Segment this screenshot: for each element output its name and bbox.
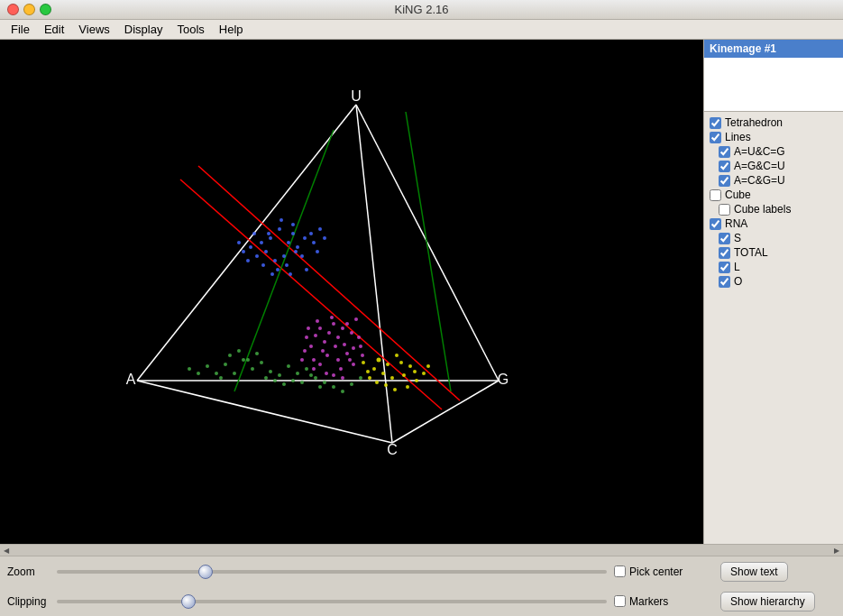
scroll-right-icon[interactable]: ▶ <box>834 547 839 555</box>
panel-row-l[interactable]: L <box>706 260 841 274</box>
svg-point-21 <box>334 345 337 348</box>
svg-point-81 <box>372 367 376 371</box>
svg-point-111 <box>206 364 209 368</box>
svg-point-85 <box>368 376 371 380</box>
show-text-button[interactable]: Show text <box>720 562 788 582</box>
clipping-label: Clipping <box>7 595 57 608</box>
clipping-slider-track[interactable] <box>57 600 607 603</box>
panel-row-agcu[interactable]: A=G&C=U <box>706 159 841 173</box>
close-button[interactable] <box>7 4 19 15</box>
svg-point-56 <box>276 268 279 271</box>
svg-point-12 <box>332 322 335 326</box>
svg-point-11 <box>327 331 331 335</box>
menu-display[interactable]: Display <box>117 21 170 38</box>
svg-point-40 <box>332 373 335 377</box>
menu-views[interactable]: Views <box>71 21 116 38</box>
zoom-slider-track[interactable] <box>57 570 607 574</box>
svg-point-103 <box>269 370 272 373</box>
svg-point-27 <box>354 317 358 321</box>
panel-row-total[interactable]: TOTAL <box>706 245 841 260</box>
svg-point-94 <box>362 361 365 364</box>
panel-row-cubelabels[interactable]: Cube labels <box>706 202 841 216</box>
svg-point-64 <box>261 263 265 267</box>
viewport[interactable]: U A G C <box>0 40 703 544</box>
minimize-button[interactable] <box>23 4 35 15</box>
svg-point-88 <box>402 373 406 377</box>
svg-point-55 <box>255 254 259 258</box>
svg-point-26 <box>305 336 308 339</box>
panel-row-s[interactable]: S <box>706 231 841 245</box>
checkbox-lines[interactable] <box>710 132 721 143</box>
svg-point-10 <box>318 326 322 330</box>
clipping-slider-thumb[interactable] <box>181 594 196 609</box>
window-controls[interactable] <box>7 4 51 15</box>
svg-point-20 <box>321 349 325 353</box>
panel-row-lines[interactable]: Lines <box>706 130 841 144</box>
checkbox-aucg[interactable] <box>719 146 730 158</box>
panel-row-o[interactable]: O <box>706 274 841 289</box>
svg-point-53 <box>260 241 263 244</box>
menu-help[interactable]: Help <box>212 21 251 38</box>
svg-point-49 <box>264 250 268 253</box>
svg-point-46 <box>269 236 272 240</box>
svg-point-18 <box>309 345 313 348</box>
scroll-left-icon[interactable]: ◀ <box>4 547 9 555</box>
menu-edit[interactable]: Edit <box>37 21 71 38</box>
svg-point-99 <box>233 372 236 375</box>
checkbox-agcu[interactable] <box>719 161 730 172</box>
panel-row-rna[interactable]: RNA <box>706 216 841 231</box>
checkbox-o[interactable] <box>719 276 730 288</box>
label-cubelabels: Cube labels <box>734 203 791 216</box>
markers-checkbox[interactable] <box>614 595 626 607</box>
menu-tools[interactable]: Tools <box>170 21 211 38</box>
svg-point-96 <box>393 388 397 391</box>
pick-center-checkbox[interactable] <box>614 565 626 577</box>
svg-point-118 <box>197 372 200 375</box>
zoom-slider-thumb[interactable] <box>198 565 213 579</box>
svg-point-44 <box>300 358 304 362</box>
svg-point-25 <box>352 346 355 350</box>
main-area: U A G C Kinemage #1 Tetrahedron Lines A=… <box>0 40 843 544</box>
checkbox-total[interactable] <box>719 247 730 259</box>
maximize-button[interactable] <box>40 4 51 15</box>
checkbox-s[interactable] <box>719 233 730 244</box>
markers-label[interactable]: Markers <box>614 595 713 608</box>
svg-point-42 <box>352 363 355 366</box>
checkbox-tetrahedron[interactable] <box>710 117 721 129</box>
show-hierarchy-button[interactable]: Show hierarchy <box>720 592 815 611</box>
svg-point-102 <box>260 361 263 364</box>
checkbox-l[interactable] <box>719 262 730 273</box>
pick-center-label[interactable]: Pick center <box>614 565 713 578</box>
svg-line-9 <box>406 112 451 391</box>
checkbox-cube[interactable] <box>710 189 721 201</box>
kinemage-header[interactable]: Kinemage #1 <box>704 40 843 58</box>
svg-point-101 <box>251 367 254 371</box>
svg-point-13 <box>336 336 340 339</box>
svg-point-86 <box>390 376 394 380</box>
panel-row-tetrahedron[interactable]: Tetrahedron <box>706 115 841 130</box>
menu-bar: File Edit Views Display Tools Help <box>0 20 843 40</box>
menu-file[interactable]: File <box>4 21 37 38</box>
scroll-bar-area[interactable]: ◀ ▶ <box>0 545 843 556</box>
checkbox-rna[interactable] <box>710 218 721 230</box>
svg-point-74 <box>305 268 308 271</box>
checkbox-cubelabels[interactable] <box>719 204 730 216</box>
panel-row-cube[interactable]: Cube <box>706 188 841 202</box>
svg-point-15 <box>341 326 344 330</box>
svg-point-47 <box>278 227 281 231</box>
svg-point-114 <box>228 354 232 357</box>
svg-point-127 <box>219 376 223 380</box>
svg-point-30 <box>336 358 340 362</box>
panel-row-acgu[interactable]: A=C&G=U <box>706 173 841 188</box>
svg-point-126 <box>359 376 362 380</box>
checkbox-acgu[interactable] <box>719 175 730 187</box>
window-title: KiNG 2.16 <box>395 3 449 16</box>
svg-point-66 <box>309 232 313 235</box>
clipping-right-controls: Markers Show hierarchy <box>614 592 830 611</box>
panel-row-aucg[interactable]: A=U&C=G <box>706 144 841 159</box>
svg-point-45 <box>341 376 344 380</box>
svg-point-43 <box>361 354 364 357</box>
label-s: S <box>734 232 741 244</box>
svg-point-116 <box>246 358 250 362</box>
svg-point-108 <box>314 376 317 380</box>
